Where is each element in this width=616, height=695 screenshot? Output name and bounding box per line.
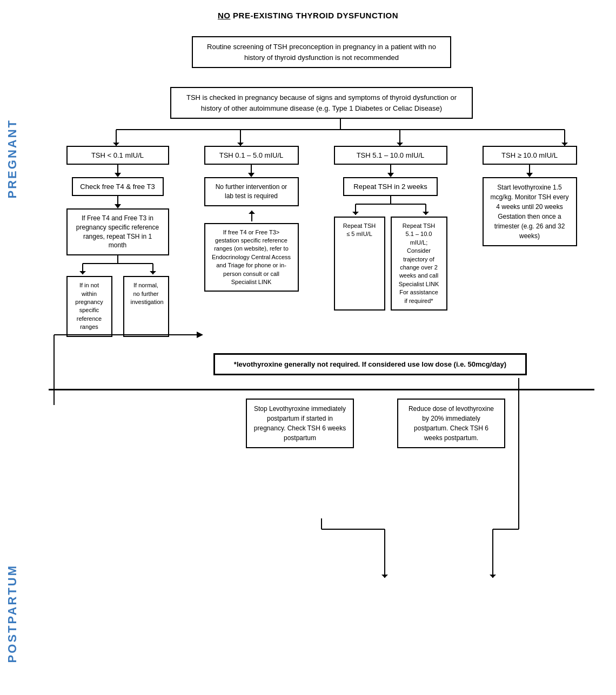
col1-branch-svg — [66, 255, 169, 274]
title-underline: NO — [218, 11, 231, 20]
svg-marker-21 — [352, 212, 359, 215]
note-levo-box: *levothyroxine generally not required. I… — [213, 353, 527, 376]
pregnant-label: PREGNANT — [5, 119, 19, 198]
arrow2 — [115, 204, 121, 208]
arrow4 — [387, 173, 394, 177]
col4-start-levo-box: Start levothyroxine 1.5 mcg/kg. Monitor … — [483, 177, 577, 246]
col4-header-box: TSH ≥ 10.0 mIU/L — [483, 146, 577, 165]
col1-sub-area: If in not within pregnancy specific refe… — [66, 255, 169, 336]
col1-check-free-box: Check free T4 & free T3 — [72, 177, 164, 196]
col3-sub-boxes: Repeat TSH ≤ 5 mIU/L Repeat TSH 5.1 – 10… — [334, 217, 447, 311]
col3-repeat-51-box: Repeat TSH 5.1 – 10.0 mIU/L; Consider tr… — [391, 217, 447, 311]
vc1 — [117, 165, 118, 173]
vc3 — [251, 165, 252, 173]
col4: TSH ≥ 10.0 mIU/L Start levothyroxine 1.5… — [480, 146, 580, 246]
svg-marker-34 — [490, 575, 496, 578]
vc5 — [529, 165, 530, 173]
tsh-checked-row: TSH is checked in pregnancy because of s… — [49, 87, 594, 119]
tsh-checked-box: TSH is checked in pregnancy because of s… — [170, 87, 473, 119]
vc2 — [117, 196, 118, 204]
svg-marker-23 — [423, 212, 429, 215]
col2-header-box: TSH 0.1 – 5.0 mIU/L — [204, 146, 299, 165]
main-flow: Routine screening of TSH preconception i… — [49, 36, 594, 448]
spacer1 — [49, 68, 594, 87]
col2-no-intervention-box: No further intervention or lab test is r… — [204, 177, 299, 206]
note-connector-area: *levothyroxine generally not required. I… — [213, 353, 527, 376]
col3-sub-area: Repeat TSH ≤ 5 mIU/L Repeat TSH 5.1 – 10… — [334, 196, 447, 311]
svg-marker-15 — [150, 271, 156, 274]
branch-area — [49, 119, 594, 146]
col3-header-box: TSH 5.1 – 10.0 mIU/L — [334, 146, 447, 165]
col3-repeat-2w-box: Repeat TSH in 2 weeks — [343, 177, 438, 196]
postpartum-stop-box: Stop Levothyroxine immediately postpartu… — [246, 399, 354, 448]
postpartum-label: POSTPARTUM — [5, 564, 19, 663]
postpartum-divider — [49, 389, 594, 390]
page-wrapper: PREGNANT POSTPARTUM NO PRE-EXISTING THYR… — [0, 0, 616, 695]
branch-svg — [49, 119, 616, 146]
page-title: NO PRE-EXISTING THYROID DYSFUNCTION — [16, 11, 600, 20]
col1-header-box: TSH < 0.1 mIU/L — [66, 146, 169, 165]
title-rest: PRE-EXISTING THYROID DYSFUNCTION — [230, 11, 398, 20]
col1-if-normal-box: If normal, no further investigation — [123, 276, 169, 336]
col3-branch-svg — [334, 196, 447, 215]
col1: TSH < 0.1 mIU/L Check free T4 & free T3 … — [64, 146, 172, 342]
arrow5 — [526, 173, 533, 177]
svg-marker-13 — [79, 271, 86, 274]
postpartum-reduce-col: Reduce dose of levothyroxine by 20% imme… — [397, 399, 505, 448]
col1-if-free-box: If Free T4 and Free T3 in pregnancy spec… — [66, 208, 169, 255]
svg-marker-17 — [249, 211, 255, 214]
col2: TSH 0.1 – 5.0 mIU/L No further intervent… — [202, 146, 302, 292]
arrow3 — [248, 173, 255, 177]
postpartum-stop-col: Stop Levothyroxine immediately postpartu… — [246, 399, 354, 448]
col3: TSH 5.1 – 10.0 mIU/L Repeat TSH in 2 wee… — [331, 146, 450, 311]
note-row: *levothyroxine generally not required. I… — [151, 353, 589, 376]
col1-sub-boxes: If in not within pregnancy specific refe… — [66, 276, 169, 336]
arrow1 — [115, 173, 121, 177]
col1-if-not-box: If in not within pregnancy specific refe… — [66, 276, 112, 336]
routine-screening-row: Routine screening of TSH preconception i… — [49, 36, 594, 68]
svg-marker-30 — [381, 575, 388, 578]
col2-if-free-box: If free T4 or Free T3> gestation specifi… — [204, 223, 299, 292]
vc4 — [390, 165, 391, 173]
routine-screening-box: Routine screening of TSH preconception i… — [192, 36, 451, 68]
four-columns: TSH < 0.1 mIU/L Check free T4 & free T3 … — [49, 146, 594, 342]
postpartum-row: Stop Levothyroxine immediately postpartu… — [157, 399, 594, 448]
postpartum-reduce-box: Reduce dose of levothyroxine by 20% imme… — [397, 399, 505, 448]
col2-arrow-up-area — [204, 211, 299, 223]
col3-repeat-le5-box: Repeat TSH ≤ 5 mIU/L — [334, 217, 385, 311]
col2-feedback-svg — [204, 211, 299, 221]
